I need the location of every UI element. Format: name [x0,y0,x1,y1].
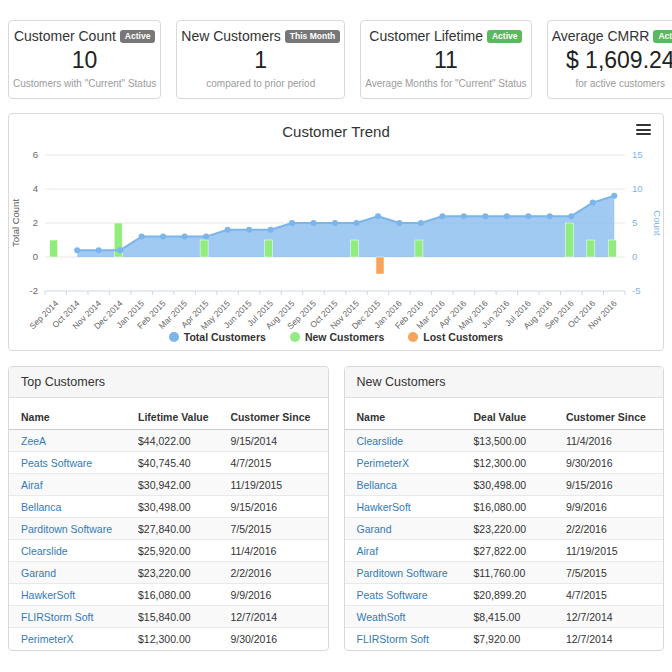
dashboard: Customer CountActive 10 Customers with "… [0,0,672,659]
customer-link[interactable]: HawkerSoft [9,584,130,606]
kpi-subtitle: Average Months for "Current" Status [365,78,526,89]
value-cell: $20,899.20 [466,584,558,606]
table-row: FLIRStorm Soft$15,840.0012/7/2014 [9,606,328,628]
value-cell: $40,745.40 [130,452,222,474]
date-cell: 4/7/2015 [558,584,663,606]
svg-text:2: 2 [33,217,38,228]
status-badge: Active [120,30,156,43]
table-header-row: NameLifetime ValueCustomer Since [9,406,328,430]
date-cell: 12/7/2014 [558,628,663,650]
customer-link[interactable]: Garand [345,518,466,540]
date-cell: 2/2/2016 [222,562,327,584]
kpi-title: New CustomersThis Month [181,28,340,44]
date-cell: 9/15/2016 [558,474,663,496]
top-customers-panel: Top Customers NameLifetime ValueCustomer… [8,366,329,651]
date-cell: 9/9/2016 [222,584,327,606]
table-row: WeathSoft$8,415.0012/7/2014 [345,606,664,628]
column-header: Name [345,406,466,430]
customer-link[interactable]: Clearslide [345,430,466,452]
legend-item[interactable]: New Customers [290,331,384,343]
customer-link[interactable]: PerimeterX [9,628,130,650]
date-cell: 4/7/2015 [222,452,327,474]
customer-link[interactable]: Airaf [9,474,130,496]
new-customers-table: NameDeal ValueCustomer Since Clearslide$… [345,406,664,649]
table-row: Bellanca$30,498.009/15/2016 [345,474,664,496]
customer-link[interactable]: Bellanca [9,496,130,518]
date-cell: 9/30/2016 [558,452,663,474]
customer-link[interactable]: HawkerSoft [345,496,466,518]
legend-item[interactable]: Total Customers [169,331,266,343]
value-cell: $25,920.00 [130,540,222,562]
svg-text:-2: -2 [30,285,38,296]
date-cell: 7/5/2015 [558,562,663,584]
kpi-card-customer-count: Customer CountActive 10 Customers with "… [8,20,161,99]
kpi-title: Average CMRRActive [552,28,672,44]
date-cell: 9/15/2016 [222,496,327,518]
customer-link[interactable]: Peats Software [345,584,466,606]
date-cell: 9/15/2014 [222,430,327,452]
value-cell: $23,220.00 [466,518,558,540]
legend-item[interactable]: Lost Customers [408,331,503,343]
customer-link[interactable]: Parditown Software [9,518,130,540]
chart-export-menu-icon[interactable] [636,124,651,138]
svg-text:0: 0 [632,251,637,262]
value-cell: $12,300.00 [130,628,222,650]
customer-link[interactable]: FLIRStorm Soft [345,628,466,650]
column-header: Customer Since [222,406,327,430]
table-row: ZeeA$44,022.009/15/2014 [9,430,328,452]
value-cell: $27,822.00 [466,540,558,562]
customer-trend-panel: Customer Trend 1561045200-5-2Sep 2014Oct… [8,113,664,351]
customer-link[interactable]: Peats Software [9,452,130,474]
panel-title: Top Customers [9,367,328,398]
svg-text:-5: -5 [632,285,640,296]
kpi-value: 10 [13,47,156,73]
kpi-row: Customer CountActive 10 Customers with "… [8,20,664,99]
value-cell: $30,498.00 [130,496,222,518]
value-cell: $8,415.00 [466,606,558,628]
table-row: Garand$23,220.002/2/2016 [9,562,328,584]
value-cell: $16,080.00 [130,584,222,606]
column-header: Customer Since [558,406,663,430]
svg-text:Count: Count [652,211,663,237]
date-cell: 2/2/2016 [558,518,663,540]
date-cell: 11/4/2016 [558,430,663,452]
table-row: Parditown Software$11,760.007/5/2015 [345,562,664,584]
customer-link[interactable]: Garand [9,562,130,584]
value-cell: $16,080.00 [466,496,558,518]
customer-link[interactable]: Bellanca [345,474,466,496]
date-cell: 12/7/2014 [222,606,327,628]
panel-title: New Customers [345,367,664,398]
customer-link[interactable]: Parditown Software [345,562,466,584]
table-header-row: NameDeal ValueCustomer Since [345,406,664,430]
chart-title: Customer Trend [9,114,663,141]
customer-link[interactable]: ZeeA [9,430,130,452]
customer-link[interactable]: WeathSoft [345,606,466,628]
value-cell: $11,760.00 [466,562,558,584]
table-row: Clearslide$25,920.0011/4/2016 [9,540,328,562]
kpi-title-text: Customer Count [14,28,116,44]
customer-link[interactable]: Airaf [345,540,466,562]
customer-link[interactable]: FLIRStorm Soft [9,606,130,628]
status-badge: Active [487,30,523,43]
kpi-card-customer-lifetime: Customer LifetimeActive 11 Average Month… [360,20,531,99]
legend-dot-icon [408,332,418,342]
customer-link[interactable]: PerimeterX [345,452,466,474]
new-customers-panel: New Customers NameDeal ValueCustomer Sin… [344,366,665,651]
table-row: Airaf$30,942.0011/19/2015 [9,474,328,496]
value-cell: $30,498.00 [466,474,558,496]
date-cell: 9/30/2016 [222,628,327,650]
column-header: Name [9,406,130,430]
svg-text:6: 6 [33,149,38,160]
table-row: Peats Software$20,899.204/7/2015 [345,584,664,606]
kpi-subtitle: Customers with "Current" Status [13,78,156,89]
kpi-card-new-customers: New CustomersThis Month 1 compared to pr… [176,20,345,99]
customer-trend-chart: 1561045200-5-2Sep 2014Oct 2014Nov 2014De… [9,141,663,334]
customer-link[interactable]: Clearslide [9,540,130,562]
top-customers-table: NameLifetime ValueCustomer Since ZeeA$44… [9,406,328,649]
legend-label: New Customers [305,331,384,343]
date-cell: 9/9/2016 [558,496,663,518]
value-cell: $44,022.00 [130,430,222,452]
kpi-value: 1 [181,47,340,73]
status-badge: Active [653,30,672,43]
status-badge: This Month [285,30,340,43]
